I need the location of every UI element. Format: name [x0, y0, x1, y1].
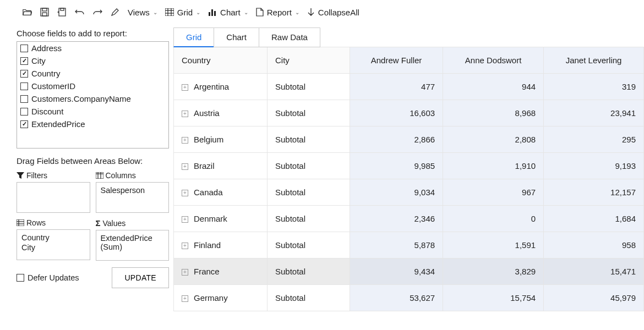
- svg-rect-12: [214, 11, 216, 16]
- areas-title: Drag Fields between Areas Below:: [17, 156, 169, 166]
- expand-icon[interactable]: [182, 111, 188, 117]
- table-row[interactable]: Argentina Subtotal 477 944 319: [174, 74, 644, 100]
- cell-country: Denmark: [174, 206, 268, 232]
- grid-dropdown[interactable]: Grid⌄: [165, 8, 200, 17]
- cell-value: 967: [443, 179, 544, 206]
- expand-icon[interactable]: [182, 84, 188, 91]
- sigma-icon: Σ: [96, 218, 101, 228]
- tab-chart[interactable]: Chart: [214, 28, 259, 47]
- chooser-title: Choose fields to add to report:: [17, 29, 169, 38]
- report-label: Report: [267, 8, 292, 17]
- views-dropdown[interactable]: Views⌄: [128, 8, 157, 17]
- expand-icon[interactable]: [182, 243, 188, 249]
- update-button[interactable]: UPDATE: [112, 267, 169, 288]
- cell-value: 8,968: [443, 100, 544, 127]
- cell-value: 9,034: [350, 179, 443, 206]
- field-name: ExtendedPrice: [31, 119, 85, 129]
- svg-rect-5: [165, 8, 174, 16]
- rows-header: Rows: [17, 218, 90, 227]
- columns-icon: [96, 172, 103, 179]
- field-name: City: [31, 56, 46, 65]
- rename-icon[interactable]: [110, 7, 120, 17]
- checkbox-icon: [20, 120, 28, 128]
- field-item[interactable]: Discount: [17, 105, 168, 118]
- defer-updates-checkbox[interactable]: Defer Updates: [17, 273, 79, 282]
- collapseall-button[interactable]: CollapseAll: [307, 8, 359, 17]
- cell-value: 958: [544, 232, 644, 258]
- cell-country: Argentina: [174, 74, 268, 100]
- field-list[interactable]: AddressCityCountryCustomerIDCustomers.Co…: [17, 41, 169, 148]
- col-janet-leverling[interactable]: Janet Leverling: [544, 47, 644, 74]
- field-item[interactable]: ExtendedPrice: [17, 118, 168, 130]
- table-row[interactable]: Austria Subtotal 16,603 8,968 23,941: [174, 100, 644, 127]
- open-icon[interactable]: [22, 7, 32, 17]
- chart-dropdown[interactable]: Chart⌄: [208, 8, 248, 17]
- area-item[interactable]: City: [21, 243, 85, 252]
- tab-rawdata[interactable]: Raw Data: [259, 28, 320, 47]
- saveas-icon[interactable]: [57, 7, 67, 17]
- table-row[interactable]: Belgium Subtotal 2,866 2,808 295: [174, 127, 644, 153]
- views-label: Views: [128, 8, 150, 17]
- filters-header: Filters: [17, 171, 90, 180]
- tab-grid[interactable]: Grid: [173, 28, 214, 47]
- values-area[interactable]: ExtendedPrice (Sum): [96, 230, 170, 261]
- filters-area[interactable]: [17, 182, 90, 213]
- svg-rect-1: [42, 8, 47, 11]
- area-item[interactable]: Country: [21, 233, 85, 242]
- cell-country: France: [174, 258, 268, 285]
- expand-icon[interactable]: [182, 190, 188, 196]
- chart-label: Chart: [220, 8, 241, 17]
- field-name: CustomerID: [31, 81, 75, 91]
- rows-area[interactable]: CountryCity: [17, 229, 90, 260]
- expand-icon[interactable]: [182, 269, 188, 276]
- table-row[interactable]: Finland Subtotal 5,878 1,591 958: [174, 232, 644, 258]
- chevron-down-icon: ⌄: [295, 9, 299, 15]
- report-dropdown[interactable]: Report⌄: [256, 8, 299, 17]
- expand-icon[interactable]: [182, 216, 188, 223]
- field-item[interactable]: Customers.CompanyName: [17, 92, 168, 105]
- cell-city: Subtotal: [268, 232, 350, 258]
- cell-city: Subtotal: [268, 179, 350, 206]
- col-city[interactable]: City: [268, 47, 350, 74]
- field-item[interactable]: CustomerID: [17, 80, 168, 92]
- table-row[interactable]: Canada Subtotal 9,034 967 12,157: [174, 179, 644, 206]
- area-item[interactable]: Salesperson: [101, 186, 165, 195]
- expand-icon[interactable]: [182, 295, 188, 302]
- table-row[interactable]: Denmark Subtotal 2,346 0 1,684: [174, 206, 644, 232]
- chevron-down-icon: ⌄: [196, 9, 200, 15]
- checkbox-icon: [20, 57, 28, 65]
- cell-city: Subtotal: [268, 74, 350, 100]
- cell-city: Subtotal: [268, 258, 350, 285]
- cell-value: 12,157: [544, 179, 644, 206]
- cell-value: 944: [443, 74, 544, 100]
- col-anne-dodswort[interactable]: Anne Dodswort: [443, 47, 544, 74]
- values-header: ΣValues: [96, 218, 170, 228]
- cell-city: Subtotal: [268, 285, 350, 311]
- field-name: Country: [31, 69, 61, 78]
- expand-icon[interactable]: [182, 137, 188, 144]
- checkbox-icon: [20, 95, 28, 103]
- cell-country: Finland: [174, 232, 268, 258]
- redo-icon[interactable]: [92, 7, 102, 17]
- table-row[interactable]: Brazil Subtotal 9,985 1,910 9,193: [174, 153, 644, 179]
- undo-icon[interactable]: [75, 7, 85, 17]
- checkbox-icon: [20, 70, 28, 78]
- columns-header: Columns: [96, 171, 170, 180]
- field-item[interactable]: Address: [17, 42, 168, 54]
- cell-value: 53,627: [350, 285, 443, 311]
- field-item[interactable]: Country: [17, 67, 168, 80]
- table-row[interactable]: Germany Subtotal 53,627 15,754 45,979: [174, 285, 644, 311]
- columns-area[interactable]: Salesperson: [96, 182, 170, 213]
- col-andrew-fuller[interactable]: Andrew Fuller: [350, 47, 443, 74]
- col-country[interactable]: Country: [174, 47, 268, 74]
- collapseall-label: CollapseAll: [318, 8, 359, 17]
- save-icon[interactable]: [40, 7, 50, 17]
- checkbox-icon: [20, 108, 28, 116]
- expand-icon[interactable]: [182, 163, 188, 170]
- area-item[interactable]: ExtendedPrice (Sum): [101, 234, 165, 251]
- field-item[interactable]: City: [17, 54, 168, 67]
- table-row[interactable]: France Subtotal 9,434 3,829 15,471: [174, 258, 644, 285]
- chevron-down-icon: ⌄: [244, 9, 248, 15]
- cell-value: 9,193: [544, 153, 644, 179]
- rows-icon: [17, 219, 24, 226]
